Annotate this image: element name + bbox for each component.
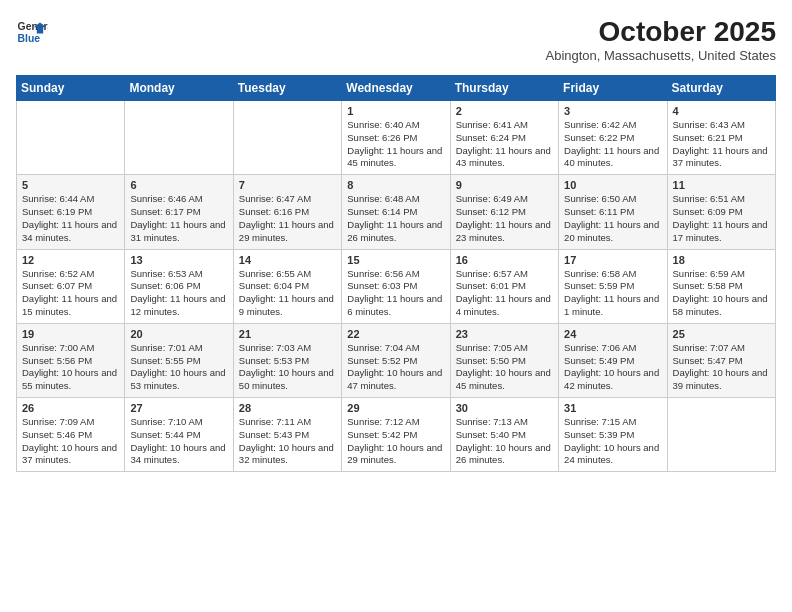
day-info: Sunrise: 7:06 AM Sunset: 5:49 PM Dayligh… [564, 342, 661, 393]
calendar-cell: 29Sunrise: 7:12 AM Sunset: 5:42 PM Dayli… [342, 398, 450, 472]
calendar-cell: 13Sunrise: 6:53 AM Sunset: 6:06 PM Dayli… [125, 249, 233, 323]
day-number: 30 [456, 402, 553, 414]
logo: General Blue [16, 16, 48, 48]
calendar-cell: 18Sunrise: 6:59 AM Sunset: 5:58 PM Dayli… [667, 249, 775, 323]
weekday-header-wednesday: Wednesday [342, 76, 450, 101]
calendar-cell: 11Sunrise: 6:51 AM Sunset: 6:09 PM Dayli… [667, 175, 775, 249]
day-number: 15 [347, 254, 444, 266]
day-info: Sunrise: 6:50 AM Sunset: 6:11 PM Dayligh… [564, 193, 661, 244]
day-info: Sunrise: 7:15 AM Sunset: 5:39 PM Dayligh… [564, 416, 661, 467]
day-info: Sunrise: 7:07 AM Sunset: 5:47 PM Dayligh… [673, 342, 770, 393]
calendar-cell: 6Sunrise: 6:46 AM Sunset: 6:17 PM Daylig… [125, 175, 233, 249]
day-info: Sunrise: 6:40 AM Sunset: 6:26 PM Dayligh… [347, 119, 444, 170]
day-info: Sunrise: 7:01 AM Sunset: 5:55 PM Dayligh… [130, 342, 227, 393]
calendar-cell: 16Sunrise: 6:57 AM Sunset: 6:01 PM Dayli… [450, 249, 558, 323]
day-number: 16 [456, 254, 553, 266]
calendar-cell: 2Sunrise: 6:41 AM Sunset: 6:24 PM Daylig… [450, 101, 558, 175]
day-number: 20 [130, 328, 227, 340]
day-info: Sunrise: 6:51 AM Sunset: 6:09 PM Dayligh… [673, 193, 770, 244]
day-number: 5 [22, 179, 119, 191]
calendar-cell: 12Sunrise: 6:52 AM Sunset: 6:07 PM Dayli… [17, 249, 125, 323]
calendar-cell: 28Sunrise: 7:11 AM Sunset: 5:43 PM Dayli… [233, 398, 341, 472]
day-info: Sunrise: 6:44 AM Sunset: 6:19 PM Dayligh… [22, 193, 119, 244]
calendar-week-1: 1Sunrise: 6:40 AM Sunset: 6:26 PM Daylig… [17, 101, 776, 175]
weekday-header-monday: Monday [125, 76, 233, 101]
day-info: Sunrise: 7:13 AM Sunset: 5:40 PM Dayligh… [456, 416, 553, 467]
day-number: 7 [239, 179, 336, 191]
calendar-cell: 23Sunrise: 7:05 AM Sunset: 5:50 PM Dayli… [450, 323, 558, 397]
day-number: 6 [130, 179, 227, 191]
calendar-cell: 25Sunrise: 7:07 AM Sunset: 5:47 PM Dayli… [667, 323, 775, 397]
day-number: 27 [130, 402, 227, 414]
calendar-cell: 7Sunrise: 6:47 AM Sunset: 6:16 PM Daylig… [233, 175, 341, 249]
day-info: Sunrise: 7:05 AM Sunset: 5:50 PM Dayligh… [456, 342, 553, 393]
weekday-header-sunday: Sunday [17, 76, 125, 101]
day-number: 25 [673, 328, 770, 340]
day-info: Sunrise: 7:10 AM Sunset: 5:44 PM Dayligh… [130, 416, 227, 467]
day-number: 14 [239, 254, 336, 266]
day-info: Sunrise: 6:48 AM Sunset: 6:14 PM Dayligh… [347, 193, 444, 244]
calendar-cell: 21Sunrise: 7:03 AM Sunset: 5:53 PM Dayli… [233, 323, 341, 397]
day-number: 18 [673, 254, 770, 266]
calendar-cell: 3Sunrise: 6:42 AM Sunset: 6:22 PM Daylig… [559, 101, 667, 175]
day-info: Sunrise: 7:09 AM Sunset: 5:46 PM Dayligh… [22, 416, 119, 467]
day-number: 22 [347, 328, 444, 340]
day-number: 4 [673, 105, 770, 117]
title-block: October 2025 Abington, Massachusetts, Un… [545, 16, 776, 63]
day-number: 3 [564, 105, 661, 117]
calendar-cell: 30Sunrise: 7:13 AM Sunset: 5:40 PM Dayli… [450, 398, 558, 472]
day-number: 29 [347, 402, 444, 414]
calendar-cell [125, 101, 233, 175]
day-info: Sunrise: 6:49 AM Sunset: 6:12 PM Dayligh… [456, 193, 553, 244]
calendar-cell: 5Sunrise: 6:44 AM Sunset: 6:19 PM Daylig… [17, 175, 125, 249]
weekday-header-tuesday: Tuesday [233, 76, 341, 101]
calendar-week-3: 12Sunrise: 6:52 AM Sunset: 6:07 PM Dayli… [17, 249, 776, 323]
calendar-week-2: 5Sunrise: 6:44 AM Sunset: 6:19 PM Daylig… [17, 175, 776, 249]
weekday-header-row: SundayMondayTuesdayWednesdayThursdayFrid… [17, 76, 776, 101]
calendar-cell: 31Sunrise: 7:15 AM Sunset: 5:39 PM Dayli… [559, 398, 667, 472]
day-info: Sunrise: 6:55 AM Sunset: 6:04 PM Dayligh… [239, 268, 336, 319]
svg-text:Blue: Blue [18, 33, 41, 44]
day-number: 26 [22, 402, 119, 414]
day-info: Sunrise: 7:04 AM Sunset: 5:52 PM Dayligh… [347, 342, 444, 393]
calendar-cell [17, 101, 125, 175]
weekday-header-thursday: Thursday [450, 76, 558, 101]
day-info: Sunrise: 6:57 AM Sunset: 6:01 PM Dayligh… [456, 268, 553, 319]
calendar-cell: 1Sunrise: 6:40 AM Sunset: 6:26 PM Daylig… [342, 101, 450, 175]
calendar-cell: 19Sunrise: 7:00 AM Sunset: 5:56 PM Dayli… [17, 323, 125, 397]
day-number: 11 [673, 179, 770, 191]
day-number: 17 [564, 254, 661, 266]
calendar-cell: 14Sunrise: 6:55 AM Sunset: 6:04 PM Dayli… [233, 249, 341, 323]
day-info: Sunrise: 6:52 AM Sunset: 6:07 PM Dayligh… [22, 268, 119, 319]
day-info: Sunrise: 6:56 AM Sunset: 6:03 PM Dayligh… [347, 268, 444, 319]
day-info: Sunrise: 7:12 AM Sunset: 5:42 PM Dayligh… [347, 416, 444, 467]
day-info: Sunrise: 6:58 AM Sunset: 5:59 PM Dayligh… [564, 268, 661, 319]
weekday-header-friday: Friday [559, 76, 667, 101]
calendar-week-5: 26Sunrise: 7:09 AM Sunset: 5:46 PM Dayli… [17, 398, 776, 472]
calendar-cell: 10Sunrise: 6:50 AM Sunset: 6:11 PM Dayli… [559, 175, 667, 249]
day-info: Sunrise: 6:46 AM Sunset: 6:17 PM Dayligh… [130, 193, 227, 244]
calendar-cell: 8Sunrise: 6:48 AM Sunset: 6:14 PM Daylig… [342, 175, 450, 249]
calendar-cell: 20Sunrise: 7:01 AM Sunset: 5:55 PM Dayli… [125, 323, 233, 397]
day-info: Sunrise: 7:00 AM Sunset: 5:56 PM Dayligh… [22, 342, 119, 393]
calendar-cell: 15Sunrise: 6:56 AM Sunset: 6:03 PM Dayli… [342, 249, 450, 323]
logo-icon: General Blue [16, 16, 48, 48]
day-number: 2 [456, 105, 553, 117]
weekday-header-saturday: Saturday [667, 76, 775, 101]
day-info: Sunrise: 6:43 AM Sunset: 6:21 PM Dayligh… [673, 119, 770, 170]
day-number: 9 [456, 179, 553, 191]
calendar-cell: 24Sunrise: 7:06 AM Sunset: 5:49 PM Dayli… [559, 323, 667, 397]
calendar-cell: 9Sunrise: 6:49 AM Sunset: 6:12 PM Daylig… [450, 175, 558, 249]
day-info: Sunrise: 6:47 AM Sunset: 6:16 PM Dayligh… [239, 193, 336, 244]
day-number: 12 [22, 254, 119, 266]
calendar-cell: 17Sunrise: 6:58 AM Sunset: 5:59 PM Dayli… [559, 249, 667, 323]
month-title: October 2025 [545, 16, 776, 48]
location: Abington, Massachusetts, United States [545, 48, 776, 63]
day-number: 21 [239, 328, 336, 340]
day-number: 31 [564, 402, 661, 414]
day-number: 1 [347, 105, 444, 117]
day-info: Sunrise: 6:41 AM Sunset: 6:24 PM Dayligh… [456, 119, 553, 170]
calendar-cell: 22Sunrise: 7:04 AM Sunset: 5:52 PM Dayli… [342, 323, 450, 397]
calendar-cell: 26Sunrise: 7:09 AM Sunset: 5:46 PM Dayli… [17, 398, 125, 472]
day-number: 13 [130, 254, 227, 266]
